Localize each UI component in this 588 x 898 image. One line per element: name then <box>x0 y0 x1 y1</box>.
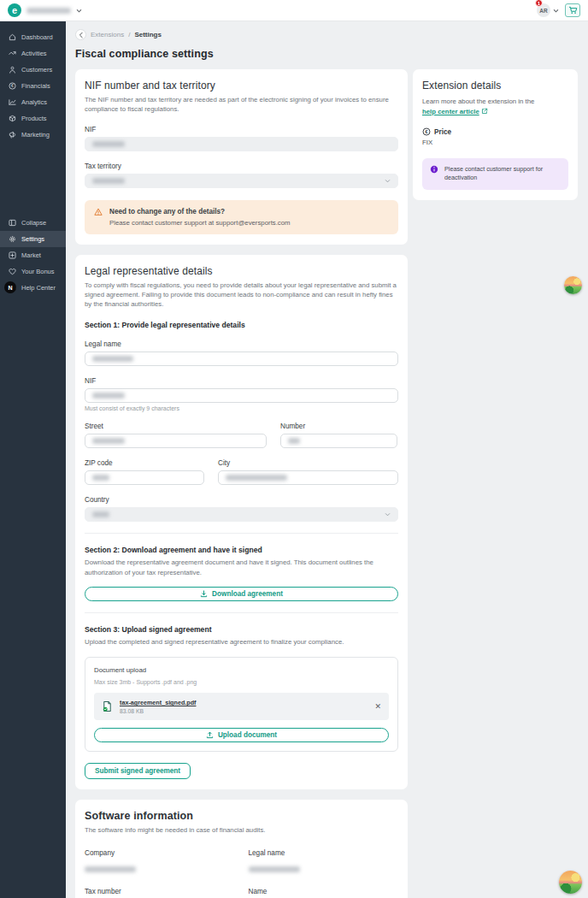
card-description: To comply with fiscal regulations, you n… <box>85 281 398 310</box>
company-label: Company <box>85 849 235 857</box>
country-label: Country <box>85 496 398 504</box>
chat-widget-badge[interactable]: N <box>4 281 16 293</box>
breadcrumb-settings: Settings <box>134 31 162 38</box>
file-check-icon <box>102 700 113 712</box>
sidebar-item-activities[interactable]: Activities <box>0 45 66 62</box>
price-icon: € <box>422 127 431 136</box>
chevron-down-icon <box>553 8 559 14</box>
download-icon <box>200 590 208 598</box>
chevron-down-icon <box>385 511 391 517</box>
file-size: 83.08 KB <box>120 708 368 714</box>
nif-input[interactable] <box>85 388 398 403</box>
number-value-redacted <box>288 438 300 444</box>
country-value-redacted <box>92 511 109 517</box>
company-value-redacted <box>85 866 136 872</box>
submit-signed-agreement-button[interactable]: Submit signed agreement <box>85 763 191 779</box>
card-title: Extension details <box>422 80 568 92</box>
zip-value-redacted <box>92 475 109 481</box>
nif-tax-territory-card: NIF number and tax territory The NIF num… <box>75 69 408 245</box>
chat-widget-avatar[interactable] <box>559 871 582 894</box>
country-select[interactable] <box>85 507 398 522</box>
euro-icon: € <box>8 82 16 91</box>
nif-value-redacted <box>92 393 125 399</box>
sidebar-item-your-bonus[interactable]: Your Bonus <box>0 263 66 280</box>
sidebar-item-settings[interactable]: Settings <box>0 231 66 247</box>
section-2-heading: Section 2: Download agreement and have i… <box>85 546 398 554</box>
sidebar-item-dashboard[interactable]: Dashboard <box>0 29 66 45</box>
help-center-article-link[interactable]: help center article <box>422 108 479 115</box>
legal-name-value-redacted <box>249 866 300 872</box>
legal-name-value-redacted <box>92 356 133 362</box>
number-input[interactable] <box>280 434 397 448</box>
section-3-description: Upload the completed and signed represen… <box>85 637 398 647</box>
tax-territory-label: Tax territory <box>85 162 398 170</box>
nif-label: NIF <box>85 126 398 133</box>
external-link-icon <box>481 108 488 115</box>
sidebar-item-financials[interactable]: € Financials <box>0 78 66 94</box>
upload-document-button[interactable]: Upload document <box>94 728 389 742</box>
extension-description: Learn more about the extension in the he… <box>422 97 568 116</box>
section-2-description: Download the representative agreement do… <box>85 558 398 577</box>
account-menu[interactable]: AR 1 <box>537 3 559 17</box>
remove-file-icon[interactable]: ✕ <box>374 703 381 711</box>
legal-name-label: Legal name <box>85 340 398 348</box>
warning-banner: Need to change any of the details? Pleas… <box>85 200 398 234</box>
warning-icon <box>94 208 103 227</box>
svg-text:€: € <box>425 129 427 134</box>
street-input[interactable] <box>85 434 267 448</box>
tax-number-label: Tax number <box>85 888 235 895</box>
eversports-logo: e <box>8 3 21 17</box>
sidebar-item-products[interactable]: Products <box>0 110 66 127</box>
card-title: Software information <box>85 810 398 822</box>
deactivation-info-banner: Please contact customer support for deac… <box>422 158 568 189</box>
section-3-heading: Section 3: Upload signed agreement <box>85 625 398 634</box>
card-title: Legal representative details <box>85 265 398 277</box>
tax-territory-select[interactable] <box>85 174 398 188</box>
sidebar-item-marketing[interactable]: Marketing <box>0 127 66 143</box>
sidebar-item-help-center[interactable]: N Help Center <box>0 280 66 296</box>
software-information-card: Software information The software info m… <box>75 800 408 898</box>
upload-box-title: Document upload <box>94 666 389 674</box>
legal-name-label: Legal name <box>249 849 399 857</box>
sidebar-item-customers[interactable]: Customers <box>0 62 66 78</box>
chevron-down-icon <box>385 178 391 184</box>
chart-icon <box>8 98 16 107</box>
price-value: FIX <box>422 139 568 146</box>
extension-details-card: Extension details Learn more about the e… <box>413 69 578 200</box>
page-title: Fiscal compliance settings <box>75 48 578 60</box>
package-icon <box>8 115 16 123</box>
plus-square-icon <box>8 251 16 260</box>
city-value-redacted <box>226 475 287 481</box>
tax-territory-value-redacted <box>92 178 125 184</box>
card-title: NIF number and tax territory <box>85 80 398 92</box>
chevron-down-icon <box>76 8 82 14</box>
info-icon <box>430 165 438 174</box>
breadcrumb-extensions[interactable]: Extensions <box>91 31 124 38</box>
legal-name-input[interactable] <box>85 352 398 366</box>
zip-code-input[interactable] <box>85 470 204 485</box>
business-switcher[interactable]: e <box>8 3 82 17</box>
download-agreement-button[interactable]: Download agreement <box>85 587 398 601</box>
upload-box-hint: Max size 3mb - Supports .pdf and .png <box>94 679 389 685</box>
megaphone-icon <box>8 131 16 139</box>
nif-input[interactable] <box>85 137 398 151</box>
warning-body: Please contact customer support at suppo… <box>109 219 291 227</box>
sidebar-item-market[interactable]: Market <box>0 247 66 263</box>
chat-widget-avatar[interactable] <box>564 276 582 294</box>
main-content: Extensions / Settings Fiscal compliance … <box>66 21 588 898</box>
business-name-redacted <box>26 8 71 14</box>
sidebar-item-collapse[interactable]: Collapse <box>0 215 66 231</box>
deactivation-info-text: Please contact customer support for deac… <box>444 165 561 182</box>
card-description: The NIF number and tax territory are nee… <box>85 95 398 115</box>
city-input[interactable] <box>218 470 398 485</box>
heart-icon <box>8 268 16 276</box>
back-button[interactable] <box>75 29 86 40</box>
file-name-link[interactable]: tax-agreement_signed.pdf <box>120 699 368 706</box>
cart-button[interactable] <box>565 3 580 17</box>
person-icon <box>8 66 16 74</box>
sidebar-item-analytics[interactable]: Analytics <box>0 94 66 110</box>
price-label: Price <box>434 128 451 136</box>
nif-value-redacted <box>92 141 125 147</box>
top-bar: e AR 1 <box>0 0 588 21</box>
breadcrumb: Extensions / Settings <box>75 29 578 40</box>
